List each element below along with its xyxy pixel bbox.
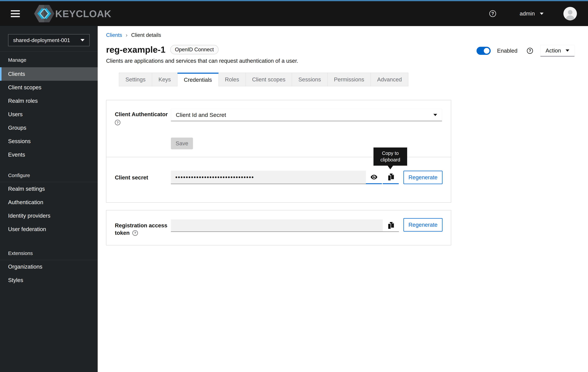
copy-token-button[interactable]	[383, 220, 399, 231]
registration-token-card: Registration access token ? Regenerate	[106, 210, 451, 245]
copy-secret-button[interactable]	[383, 171, 399, 184]
registration-token-input[interactable]	[171, 220, 383, 231]
breadcrumb-chevron-icon: ›	[126, 32, 127, 38]
page-header: reg-example-1 OpenID Connect	[106, 45, 219, 55]
realm-name: shared-deployment-001	[13, 37, 70, 43]
breadcrumb-current: Client details	[131, 32, 161, 38]
tab-sessions[interactable]: Sessions	[292, 73, 327, 86]
protocol-badge: OpenID Connect	[170, 45, 219, 54]
help-icon[interactable]: ?	[115, 120, 120, 125]
chevron-down-icon	[540, 13, 544, 15]
brand-wordmark: KEYCLOAK	[55, 8, 111, 19]
client-secret-input[interactable]: ••••••••••••••••••••••••••••••	[171, 171, 366, 184]
nav-group-extensions: Organizations Styles	[0, 260, 98, 287]
eye-icon	[370, 173, 378, 181]
sidebar-item-events[interactable]: Events	[0, 148, 98, 161]
hamburger-icon	[11, 10, 20, 11]
credentials-card: Client Authenticator ? Client Id and Sec…	[106, 100, 451, 203]
action-dropdown-label: Action	[546, 47, 561, 54]
sidebar-item-user-federation[interactable]: User federation	[0, 222, 98, 236]
page-title: reg-example-1	[106, 45, 166, 55]
breadcrumb-clients-link[interactable]: Clients	[106, 32, 122, 38]
copy-icon	[387, 221, 394, 230]
tab-settings[interactable]: Settings	[119, 73, 152, 86]
tab-permissions[interactable]: Permissions	[327, 73, 371, 86]
regenerate-token-button[interactable]: Regenerate	[403, 218, 442, 231]
regenerate-secret-button[interactable]: Regenerate	[403, 171, 442, 184]
tab-advanced[interactable]: Advanced	[371, 73, 409, 86]
tab-bar: Settings Keys Credentials Roles Client s…	[119, 73, 408, 86]
breadcrumb: Clients › Client details	[106, 32, 161, 38]
sidebar-item-organizations[interactable]: Organizations	[0, 260, 98, 273]
keycloak-hexagon-icon	[31, 3, 58, 24]
user-menu[interactable]: admin	[520, 10, 544, 17]
avatar-silhouette-icon	[563, 7, 577, 20]
save-button[interactable]: Save	[171, 138, 193, 149]
client-authenticator-select[interactable]: Client Id and Secret	[171, 109, 442, 121]
tab-client-scopes[interactable]: Client scopes	[246, 73, 292, 86]
sidebar-item-realm-settings[interactable]: Realm settings	[0, 182, 98, 196]
client-secret-label: Client secret	[115, 174, 148, 181]
sidebar-item-styles[interactable]: Styles	[0, 273, 98, 287]
client-authenticator-value: Client Id and Secret	[176, 112, 226, 118]
keycloak-admin-console: KEYCLOAK ? admin shared-deployment-001 M	[0, 0, 588, 372]
help-icon[interactable]: ?	[489, 10, 496, 17]
copy-icon	[387, 173, 394, 181]
sidebar-item-authentication[interactable]: Authentication	[0, 196, 98, 209]
masthead: KEYCLOAK ? admin	[0, 1, 588, 26]
toggle-knob	[484, 48, 490, 54]
nav-group-manage: Clients Client scopes Realm roles Users …	[0, 67, 98, 161]
main-content: Clients › Client details reg-example-1 O…	[98, 26, 588, 372]
realm-selector[interactable]: shared-deployment-001	[8, 34, 90, 46]
tab-keys[interactable]: Keys	[152, 73, 177, 86]
registration-token-group	[171, 220, 399, 232]
sidebar-item-users[interactable]: Users	[0, 108, 98, 121]
sidebar-item-identity-providers[interactable]: Identity providers	[0, 209, 98, 222]
masthead-toolbar: ? admin	[489, 7, 577, 20]
tab-credentials[interactable]: Credentials	[178, 73, 219, 86]
sidebar-divider	[0, 51, 98, 51]
tab-roles[interactable]: Roles	[219, 73, 246, 86]
sidebar-toggle-button[interactable]	[11, 9, 20, 19]
keycloak-logo: KEYCLOAK	[31, 3, 111, 24]
sidebar-item-realm-roles[interactable]: Realm roles	[0, 94, 98, 108]
enabled-label: Enabled	[497, 48, 517, 54]
nav-group-configure: Realm settings Authentication Identity p…	[0, 182, 98, 236]
sidebar-item-groups[interactable]: Groups	[0, 121, 98, 135]
username-label: admin	[520, 10, 535, 17]
page-description: Clients are applications and services th…	[106, 58, 298, 64]
registration-token-label: Registration access token ?	[115, 222, 167, 237]
sidebar-item-client-scopes[interactable]: Client scopes	[0, 81, 98, 94]
show-secret-button[interactable]	[366, 171, 382, 184]
sidebar-item-sessions[interactable]: Sessions	[0, 135, 98, 148]
nav-section-extensions: Extensions	[8, 251, 98, 256]
enabled-toggle[interactable]	[477, 47, 491, 55]
help-icon[interactable]: ?	[132, 230, 138, 236]
caret-down-icon	[566, 50, 569, 52]
copy-tooltip: Copy to clipboard	[373, 148, 407, 166]
client-secret-group: ••••••••••••••••••••••••••••••	[171, 171, 399, 184]
help-icon[interactable]: ?	[527, 48, 533, 54]
nav-section-manage: Manage	[8, 58, 98, 62]
window-accent-strip	[0, 0, 588, 1]
sidebar-item-clients[interactable]: Clients	[0, 67, 98, 81]
header-controls: Enabled ? Action	[477, 45, 575, 57]
sidebar: shared-deployment-001 Manage Clients Cli…	[0, 26, 98, 372]
nav-section-configure: Configure	[8, 173, 98, 178]
client-authenticator-label: Client Authenticator	[115, 111, 168, 118]
action-dropdown[interactable]: Action	[540, 45, 575, 57]
caret-down-icon	[433, 114, 437, 116]
avatar[interactable]	[563, 7, 577, 20]
caret-down-icon	[81, 39, 84, 41]
